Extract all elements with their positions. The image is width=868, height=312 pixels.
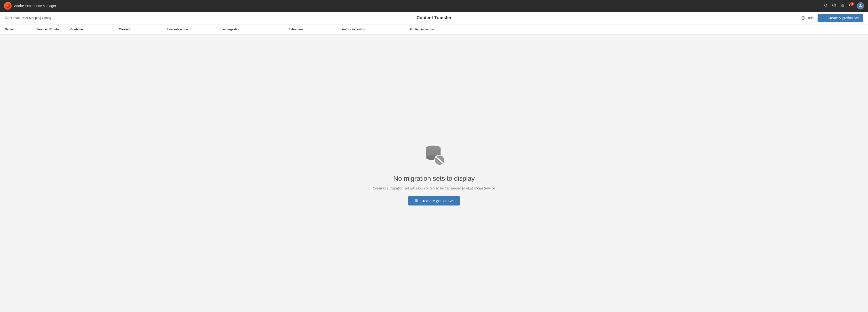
svg-rect-6 <box>842 4 844 5</box>
topnav-right: 4 <box>824 2 864 9</box>
svg-point-9 <box>860 4 861 6</box>
col-header-last-extraction: Last extraction <box>167 28 221 31</box>
topnav-left: Adobe Experience Manager <box>4 2 56 10</box>
create-migration-set-header-button[interactable]: Create Migration Set <box>817 14 863 22</box>
svg-point-22 <box>426 146 440 150</box>
svg-point-10 <box>6 16 7 18</box>
create-migration-set-header-label: Create Migration Set <box>828 16 859 20</box>
app-title: Adobe Experience Manager <box>14 4 56 8</box>
empty-state-title: No migration sets to display <box>393 175 475 182</box>
empty-state-subtitle: Creating a migration set will allow cont… <box>373 186 495 190</box>
help-label: Help <box>807 16 814 20</box>
create-migration-set-center-label: Create Migration Set <box>421 199 454 203</box>
notification-badge: 4 <box>850 2 854 6</box>
empty-state-icon <box>421 141 447 169</box>
svg-line-2 <box>827 6 828 7</box>
top-navigation: Adobe Experience Manager <box>0 0 868 12</box>
apps-icon[interactable] <box>840 3 844 8</box>
col-header-name: Name <box>5 28 36 31</box>
svg-point-1 <box>825 4 827 6</box>
subnav-actions: Help Create Migration Set <box>801 14 863 22</box>
help-icon[interactable] <box>832 3 836 8</box>
breadcrumb[interactable]: Create User Mapping Config <box>5 16 51 20</box>
svg-rect-7 <box>841 6 842 7</box>
notification-icon[interactable]: 4 <box>848 3 852 8</box>
svg-rect-8 <box>842 6 844 7</box>
adobe-logo[interactable] <box>4 2 12 10</box>
col-header-last-ingestion: Last ingestion <box>221 28 288 31</box>
table-header: Name Service URLInfo Container Created L… <box>0 24 868 34</box>
empty-state: No migration sets to display Creating a … <box>373 141 495 205</box>
col-header-publish-ingestion: Publish ingestion <box>410 28 863 31</box>
main-content: No migration sets to display Creating a … <box>0 34 868 312</box>
page-title: Content Transfer <box>416 15 452 20</box>
create-migration-set-center-button[interactable]: Create Migration Set <box>408 196 460 205</box>
svg-rect-5 <box>841 4 842 5</box>
col-header-service-url-info: Service URLInfo <box>36 28 70 31</box>
col-header-container: Container <box>70 28 119 31</box>
col-header-extraction: Extraction <box>288 28 342 31</box>
col-header-created: Created <box>119 28 167 31</box>
col-header-author-ingestion: Author ingestion <box>342 28 410 31</box>
sub-navigation: Create User Mapping Config Content Trans… <box>0 12 868 24</box>
breadcrumb-label: Create User Mapping Config <box>11 16 51 20</box>
help-button[interactable]: Help <box>801 16 814 20</box>
search-icon[interactable] <box>824 3 828 8</box>
user-avatar[interactable] <box>857 2 864 9</box>
